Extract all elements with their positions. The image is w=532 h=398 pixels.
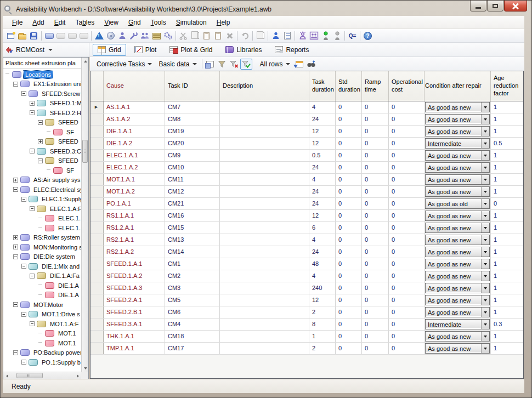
cell-std-duration[interactable]: 0 (336, 138, 362, 149)
cell-cause[interactable]: DIE.1.A.2 (104, 138, 165, 149)
tree-expander-icon[interactable] (38, 120, 43, 125)
row-selector[interactable] (90, 319, 104, 330)
cell-description[interactable] (220, 234, 309, 246)
tree-item-label[interactable]: DIE.1.A (56, 282, 81, 289)
cell-age-factor[interactable]: 1 (491, 126, 523, 137)
tree-expander-icon[interactable] (13, 350, 18, 355)
cell-std-duration[interactable]: 0 (336, 258, 362, 270)
copy-grid-button[interactable] (254, 30, 266, 41)
condition-dropdown[interactable]: As good as new (425, 223, 490, 233)
menu-item[interactable]: Grid (123, 17, 146, 28)
cell-task-id[interactable]: CM7 (165, 101, 220, 113)
table-row[interactable]: ELEC.1.A.2 CM10 24 0 0 0 As good as new … (90, 162, 523, 174)
table-row[interactable]: RS2.1.A.2 CM14 24 0 0 0 As good as new 1 (90, 246, 523, 258)
scrollbar-thumb[interactable] (82, 140, 88, 163)
cell-cause[interactable]: SFEED.1.A.1 (104, 258, 165, 270)
cell-age-factor[interactable]: 1 (491, 294, 523, 306)
tree-expander-icon[interactable] (13, 235, 18, 240)
cell-task-id[interactable]: CM5 (165, 294, 220, 306)
minimize-button[interactable] (470, 1, 486, 12)
tree-expander-icon[interactable] (46, 168, 51, 173)
table-row[interactable]: ELEC.1.A.1 CM9 0.5 0 0 0 As good as new … (90, 150, 523, 162)
header-task-id[interactable]: Task ID (165, 71, 220, 101)
tree-expander-icon[interactable] (13, 245, 18, 249)
condition-dropdown[interactable]: As good as new (425, 150, 490, 161)
cell-description[interactable] (220, 138, 309, 149)
view-tab[interactable]: Grid (93, 44, 126, 56)
cell-task-id[interactable]: CM16 (165, 210, 220, 221)
tree-item-label[interactable]: ELEC:Electrical sys (32, 186, 81, 194)
tree-item[interactable]: RS:Roller system (3, 233, 81, 243)
chevron-down-icon[interactable] (481, 187, 489, 196)
chevron-down-icon[interactable] (481, 151, 489, 160)
cell-age-factor[interactable]: 1 (491, 331, 523, 342)
tree-expander-icon[interactable] (13, 82, 18, 87)
rows-filter-button[interactable]: All rows (257, 59, 293, 70)
header-description[interactable]: Description (220, 71, 309, 101)
cell-task-duration[interactable]: 1 (309, 331, 336, 342)
tree-expander-icon[interactable] (30, 110, 35, 115)
cell-age-factor[interactable]: 0.5 (491, 138, 523, 149)
chevron-down-icon[interactable] (481, 175, 489, 184)
chevron-down-icon[interactable] (481, 199, 489, 208)
cell-operational-cost[interactable]: 0 (389, 258, 425, 270)
condition-dropdown[interactable]: As good as new (425, 186, 490, 197)
cell-cause[interactable]: RS1.2.A.1 (104, 222, 165, 234)
header-operational-cost[interactable]: Operational cost (389, 71, 425, 101)
cell-cause[interactable]: RS1.1.A.1 (104, 210, 165, 221)
chevron-down-icon[interactable] (481, 139, 489, 148)
cell-operational-cost[interactable]: 0 (389, 198, 425, 209)
chevron-down-icon[interactable] (481, 332, 489, 341)
tree-expander-icon[interactable] (38, 331, 43, 336)
cell-operational-cost[interactable]: 0 (389, 126, 425, 137)
cell-std-duration[interactable]: 0 (336, 126, 362, 137)
tree-expander-icon[interactable] (13, 187, 18, 192)
cell-operational-cost[interactable]: 0 (389, 162, 425, 173)
tree-expander-icon[interactable] (21, 264, 26, 269)
header-std-duration[interactable]: Std duration (336, 71, 362, 101)
tree-item[interactable]: MON:Monitoring sy (3, 242, 81, 252)
cell-std-duration[interactable]: 0 (336, 174, 362, 185)
cell-age-factor[interactable]: 1 (491, 174, 523, 185)
cell-age-factor[interactable]: 1 (491, 113, 523, 125)
tree-item-label[interactable]: EX1:Extrusion unit (32, 80, 81, 88)
cell-cause[interactable]: TMP.1.A.1 (104, 343, 165, 354)
tree-expander-icon[interactable] (38, 216, 43, 221)
menu-item[interactable]: Edit (49, 17, 71, 28)
table-row[interactable]: SFEED.1.A.1 CM1 48 0 0 0 As good as new … (90, 258, 523, 270)
cell-std-duration[interactable]: 0 (336, 246, 362, 258)
weibull-button[interactable] (105, 30, 116, 41)
remove-filter-button[interactable] (228, 59, 240, 70)
cell-ramp-time[interactable]: 0 (362, 319, 389, 330)
maintenance-button[interactable] (128, 30, 139, 41)
cell-task-duration[interactable]: 0.5 (309, 150, 336, 161)
cell-cause[interactable]: SFEED.3.A.1 (104, 319, 165, 330)
table-row[interactable]: THK.1.A.1 CM18 1 0 0 0 As good as new 1 (90, 331, 523, 343)
tree-item-label[interactable]: PO.1:Supply b (40, 359, 81, 366)
cell-task-id[interactable]: CM3 (165, 282, 220, 294)
condition-dropdown[interactable]: As good as new (425, 102, 490, 112)
cell-cause[interactable]: DIE.1.A.1 (104, 126, 165, 137)
row-selector[interactable] (90, 282, 104, 294)
cell-ramp-time[interactable]: 0 (362, 210, 389, 221)
table-row[interactable]: SFEED.2.B.1 CM6 2 0 0 0 As good as new 1 (90, 306, 523, 319)
table-row[interactable]: AS.1.A.2 CM8 24 0 0 0 As good as new 1 (90, 113, 523, 126)
cell-operational-cost[interactable]: 0 (389, 270, 425, 282)
tree-item[interactable]: MOT.1 (3, 338, 81, 348)
tree-item-label[interactable]: SFEED (56, 118, 80, 126)
tree-item[interactable]: MOT.1 (3, 329, 81, 339)
tree-expander-icon[interactable] (5, 72, 10, 77)
paste-button[interactable] (201, 30, 212, 41)
table-row[interactable]: DIE.1.A.2 CM20 12 0 0 0 Intermediate 0.5 (90, 138, 523, 150)
options-list-button[interactable] (281, 30, 293, 41)
view-tab[interactable]: Plot & Grid (165, 44, 217, 56)
tree-item[interactable]: SFEED (3, 137, 81, 147)
cell-task-id[interactable]: CM15 (165, 222, 220, 234)
tree-item[interactable]: ELEC.1. (3, 223, 81, 233)
row-selector[interactable] (90, 306, 104, 318)
condition-dropdown[interactable]: As good as new (425, 235, 490, 245)
new-project-button[interactable] (5, 30, 16, 41)
cell-age-factor[interactable]: 0.3 (491, 319, 523, 330)
chevron-down-icon[interactable] (481, 295, 489, 305)
table-row[interactable]: SFEED.1.A.2 CM2 4 0 0 0 As good as new 1 (90, 270, 523, 282)
